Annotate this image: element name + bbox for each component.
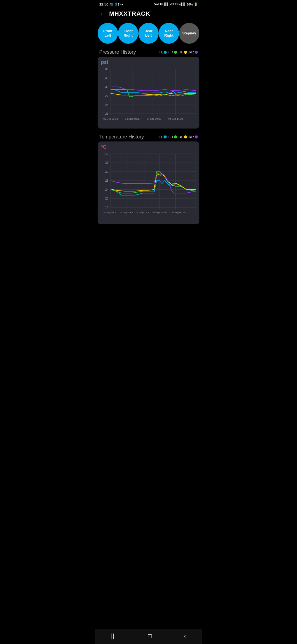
svg-text:16: 16: [105, 206, 108, 209]
tire-btn-rr[interactable]: RearRight: [159, 23, 179, 44]
legend-fl: FL: [159, 50, 167, 54]
legend-fl-label: FL: [159, 50, 163, 54]
svg-text:27: 27: [105, 94, 108, 97]
temp-history-header: Temperature History FL FR RL RR: [95, 133, 202, 141]
temp-legend-rl-dot: [184, 135, 187, 138]
tire-buttons-container: FrontLeft FrontRight RearLeft RearRight …: [95, 20, 202, 48]
svg-text:36: 36: [105, 67, 108, 71]
svg-text:05 Sep 00:30: 05 Sep 00:30: [171, 211, 186, 214]
back-button[interactable]: ←: [99, 10, 105, 17]
legend-rr: RR: [189, 50, 198, 54]
time-label: 12:50: [99, 2, 108, 6]
svg-text:03 Sep 23:30: 03 Sep 23:30: [103, 118, 118, 120]
temp-legend-fl-label: FL: [159, 135, 163, 139]
legend-fl-dot: [164, 51, 167, 54]
status-bar: 12:50 📷 S ▷ • VoLTE₁▌▌ VoLTE₂↓▌▌ 80% 🔋: [95, 0, 202, 7]
temp-history-title: Temperature History: [99, 134, 144, 140]
status-left: 12:50 📷 S ▷ •: [99, 2, 123, 6]
svg-text:30: 30: [105, 85, 108, 89]
tire-btn-stepney[interactable]: Stepney: [179, 23, 199, 44]
temp-legend-rl-label: RL: [179, 135, 183, 139]
temp-legend-fl-dot: [164, 135, 167, 138]
tire-btn-rl[interactable]: RearLeft: [138, 23, 159, 44]
play-icon: ▷: [118, 2, 120, 6]
svg-text:20: 20: [105, 197, 108, 200]
legend-rl: RL: [179, 50, 187, 54]
svg-text:24: 24: [105, 103, 108, 107]
pressure-chart-area: 36 33 30 27 24 21 03 Sep 23:30 04 Sep 04…: [100, 66, 197, 126]
temp-chart-svg: 40 36 32 28 24 20 16 4 Sep 04:30 04 Sep …: [100, 151, 197, 222]
svg-text:04 Sep 14:30: 04 Sep 14:30: [168, 118, 183, 120]
camera-icon: 📷: [109, 2, 114, 6]
status-right: VoLTE₁▌▌ VoLTE₂↓▌▌ 80% 🔋: [154, 2, 198, 6]
header: ← MHXXTRACK: [95, 7, 202, 20]
legend-rr-label: RR: [189, 50, 194, 54]
tire-btn-fr[interactable]: FrontRight: [118, 23, 138, 44]
dot-icon: •: [122, 2, 123, 6]
battery-icon: 🔋: [194, 2, 198, 6]
temp-legend-rr-dot: [195, 135, 198, 138]
pressure-unit: psi: [100, 59, 197, 65]
svg-text:04 Sep 04:30: 04 Sep 04:30: [125, 118, 140, 120]
svg-text:21: 21: [105, 112, 108, 115]
signal-label: VoLTE₁▌▌ VoLTE₂↓▌▌: [154, 2, 186, 6]
pressure-legend: FL FR RL RR: [159, 50, 198, 54]
temp-legend-fr: FR: [168, 135, 177, 139]
pressure-chart-container: psi 36 33 30 27 24 21 03 Sep 23:30 04 S: [98, 57, 199, 129]
battery-label: 80%: [187, 3, 193, 6]
svg-text:04 Sep 19:30: 04 Sep 19:30: [152, 211, 167, 214]
temp-chart-area: 40 36 32 28 24 20 16 4 Sep 04:30 04 Sep …: [100, 151, 197, 222]
svg-text:04 Sep 14:30: 04 Sep 14:30: [136, 211, 150, 214]
legend-fr: FR: [168, 50, 177, 54]
temp-legend-rl: RL: [179, 135, 187, 139]
temp-legend-fl: FL: [159, 135, 167, 139]
page-title: MHXXTRACK: [109, 10, 150, 17]
svg-text:32: 32: [105, 170, 108, 173]
legend-rr-dot: [195, 51, 198, 54]
temp-unit: °C: [100, 144, 197, 150]
legend-fr-label: FR: [168, 50, 173, 54]
svg-text:28: 28: [105, 179, 108, 182]
tire-btn-fl[interactable]: FrontLeft: [98, 23, 118, 44]
legend-rl-label: RL: [179, 50, 183, 54]
temp-legend-fr-label: FR: [168, 135, 173, 139]
svg-text:4 Sep 04:30: 4 Sep 04:30: [104, 211, 117, 214]
temp-legend-fr-dot: [174, 135, 177, 138]
pressure-history-header: Pressure History FL FR RL RR: [95, 48, 202, 57]
svg-text:04 Sep 09:30: 04 Sep 09:30: [120, 211, 134, 214]
svg-text:04 Sep 09:30: 04 Sep 09:30: [147, 118, 161, 120]
temp-legend-rr-label: RR: [189, 135, 194, 139]
temp-legend: FL FR RL RR: [159, 135, 198, 139]
legend-rl-dot: [184, 51, 187, 54]
svg-text:24: 24: [105, 188, 108, 191]
svg-text:33: 33: [105, 76, 108, 80]
legend-fr-dot: [174, 51, 177, 54]
pressure-chart-svg: 36 33 30 27 24 21 03 Sep 23:30 04 Sep 04…: [100, 66, 197, 126]
s-icon: S: [115, 2, 117, 6]
temp-chart-container: °C 40 36 32 28 24 20 16 4: [98, 141, 199, 224]
svg-text:36: 36: [105, 161, 108, 165]
temp-legend-rr: RR: [189, 135, 198, 139]
pressure-history-title: Pressure History: [99, 49, 136, 55]
svg-text:40: 40: [105, 152, 108, 155]
